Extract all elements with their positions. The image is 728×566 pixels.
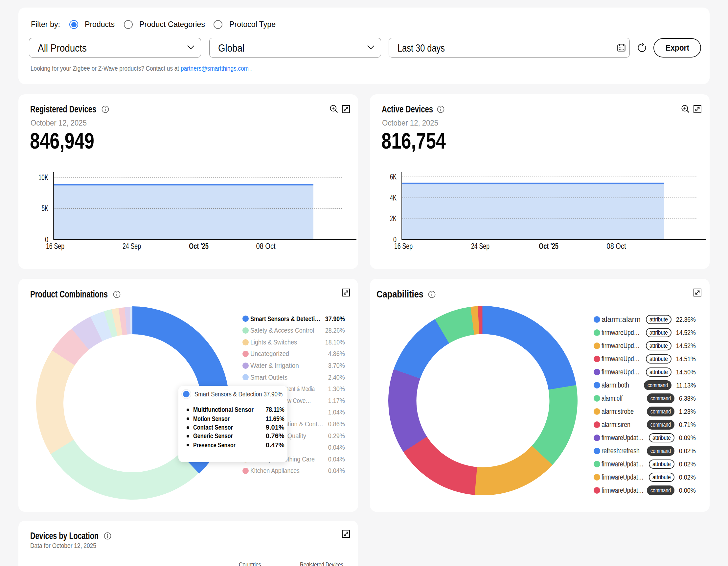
svg-text:4K: 4K [390,193,397,202]
svg-text:16 Sep: 16 Sep [394,242,413,250]
svg-text:6K: 6K [390,172,397,181]
svg-text:08 Oct: 08 Oct [256,242,276,250]
svg-text:24 Sep: 24 Sep [123,242,141,250]
svg-text:10K: 10K [38,173,48,182]
svg-text:16 Sep: 16 Sep [46,242,64,250]
svg-text:24 Sep: 24 Sep [471,242,489,250]
svg-text:2K: 2K [390,214,397,223]
svg-text:08 Oct: 08 Oct [607,242,626,250]
svg-text:5K: 5K [42,204,48,213]
svg-text:Oct '25: Oct '25 [189,242,209,250]
svg-text:Oct '25: Oct '25 [539,242,558,250]
